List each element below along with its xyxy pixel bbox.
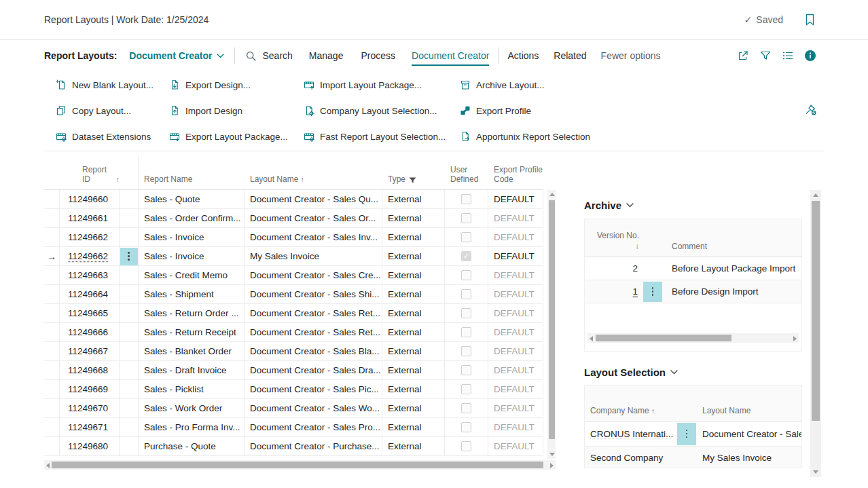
table-row[interactable]: 11249665Sales - Return Order ...Document… (44, 304, 543, 323)
user-defined-checkbox[interactable] (461, 194, 471, 204)
table-horizontal-scrollbar[interactable] (44, 460, 556, 470)
actions-menu[interactable]: Actions (507, 50, 539, 61)
scrollbar-thumb[interactable] (596, 335, 731, 341)
layout-selection-section-header[interactable]: Layout Selection (584, 367, 678, 378)
layout-selection-row[interactable]: Second CompanyMy Sales Invoice (585, 447, 801, 468)
scroll-right-icon[interactable] (793, 336, 797, 341)
header-report-name[interactable]: Report Name (139, 155, 245, 189)
header-comment[interactable]: Comment (664, 242, 801, 257)
table-row[interactable]: 11249662Sales - InvoiceDocument Creator … (44, 228, 543, 247)
header-user-defined[interactable]: User Defined (445, 155, 488, 189)
factbox-vertical-scrollbar[interactable] (810, 190, 821, 477)
fewer-options-button[interactable]: Fewer options (601, 50, 661, 61)
row-options-button[interactable] (677, 423, 696, 445)
action-dataset-extensions[interactable]: Dataset Extensions (56, 129, 169, 144)
archive-section-header[interactable]: Archive (584, 200, 634, 211)
user-defined-checkbox[interactable] (461, 270, 471, 280)
share-icon[interactable] (737, 50, 749, 62)
cell-export-profile-code: DEFAULT (488, 437, 543, 456)
header-layout-name[interactable]: Layout Name↑ (245, 155, 382, 189)
archive-horizontal-scrollbar[interactable] (587, 333, 799, 343)
user-defined-checkbox[interactable] (461, 289, 471, 299)
scroll-up-icon[interactable] (813, 193, 818, 197)
process-menu[interactable]: Process (361, 50, 395, 61)
user-defined-checkbox[interactable] (461, 251, 471, 261)
cell-report-name: Sales - Work Order (139, 399, 245, 418)
table-row[interactable]: 11249663Sales - Credit MemoDocument Crea… (44, 266, 543, 285)
scroll-up-icon[interactable] (549, 193, 555, 196)
cell-type: External (382, 209, 445, 228)
report-id-value[interactable]: 11249662 (68, 251, 108, 261)
table-row[interactable]: 11249668Sales - Draft InvoiceDocument Cr… (44, 361, 543, 380)
cell-export-profile-code: DEFAULT (488, 266, 543, 285)
archive-row[interactable]: 2Before Layout Package Import (585, 257, 801, 280)
action-copy-layout[interactable]: Copy Layout... (56, 103, 169, 118)
action-fast-report-layout-selection[interactable]: Fast Report Layout Selection... (304, 129, 460, 144)
cell-row-menu (120, 228, 139, 247)
header-version-no[interactable]: Version No. ↓ (585, 231, 642, 257)
layout-selection-row[interactable]: CRONUS Internati...Document Creator - Sa… (585, 421, 801, 447)
header-company-name[interactable]: Company Name↑ (585, 406, 676, 421)
user-defined-checkbox[interactable] (461, 346, 471, 356)
search-button[interactable]: Search (245, 50, 292, 62)
scroll-left-icon[interactable] (590, 336, 593, 341)
info-icon[interactable] (804, 50, 816, 62)
tab-document-creator[interactable]: Document Creator (412, 50, 489, 66)
action-import-design[interactable]: Import Design (169, 103, 304, 118)
scrollbar-thumb[interactable] (549, 200, 555, 439)
company-name-value[interactable]: CRONUS Internati... (590, 429, 673, 439)
action-archive-layout[interactable]: Archive Layout... (460, 77, 590, 92)
action-export-layout-package[interactable]: Export Layout Package... (169, 129, 304, 144)
view-picker-dropdown[interactable]: Document Creator (129, 50, 224, 61)
scrollbar-thumb[interactable] (812, 201, 820, 421)
user-defined-checkbox[interactable] (461, 232, 471, 242)
action-company-layout-selection[interactable]: Company Layout Selection... (304, 103, 460, 118)
scroll-down-icon[interactable] (549, 453, 555, 456)
header-layout-name[interactable]: Layout Name (697, 406, 801, 421)
header-report-id[interactable]: Report ID↑ (60, 155, 120, 189)
action-import-layout-package[interactable]: Import Layout Package... (304, 77, 460, 92)
cell-row-menu (120, 342, 139, 361)
scroll-left-icon[interactable] (46, 463, 50, 468)
user-defined-checkbox[interactable] (461, 365, 471, 375)
filter-icon[interactable] (759, 50, 772, 62)
action-export-profile[interactable]: Export Profile (460, 103, 590, 118)
user-defined-checkbox[interactable] (461, 213, 471, 223)
table-row[interactable]: 11249661Sales - Order Confirm...Document… (44, 209, 543, 228)
archive-row[interactable]: 1Before Design Import (585, 280, 801, 303)
user-defined-checkbox[interactable] (461, 308, 471, 318)
table-vertical-scrollbar[interactable] (547, 190, 556, 459)
scrollbar-thumb[interactable] (52, 462, 543, 468)
manage-menu[interactable]: Manage (309, 50, 344, 61)
table-row[interactable]: →11249662Sales - InvoiceMy Sales Invoice… (44, 247, 543, 266)
user-defined-checkbox[interactable] (461, 422, 471, 432)
action-export-design[interactable]: Export Design... (169, 77, 304, 92)
table-row[interactable]: 11249671Sales - Pro Forma Inv...Document… (44, 418, 543, 437)
action-apportunix-report-selection[interactable]: Apportunix Report Selection (460, 129, 590, 144)
table-row[interactable]: 11249660Sales - QuoteDocument Creator - … (44, 190, 543, 209)
user-defined-checkbox[interactable] (461, 403, 471, 413)
details-list-icon[interactable] (782, 50, 794, 62)
table-row[interactable]: 11249664Sales - ShipmentDocument Creator… (44, 285, 543, 304)
cell-layout-name: Document Creator - Sales Ret... (245, 323, 382, 342)
table-row[interactable]: 11249667Sales - Blanket OrderDocument Cr… (44, 342, 543, 361)
related-menu[interactable]: Related (554, 50, 586, 61)
pin-icon[interactable] (804, 103, 817, 119)
table-row[interactable]: 11249680Purchase - QuoteDocument Creator… (44, 437, 543, 456)
scroll-right-icon[interactable] (550, 463, 554, 468)
table-row[interactable]: 11249669Sales - PicklistDocument Creator… (44, 380, 543, 399)
user-defined-checkbox[interactable] (461, 384, 471, 394)
header-export-profile-code[interactable]: Export Profile Code (488, 155, 543, 189)
row-options-button[interactable] (120, 248, 138, 265)
version-no-value[interactable]: 1 (632, 286, 638, 297)
user-defined-checkbox[interactable] (461, 441, 471, 451)
table-row[interactable]: 11249666Sales - Return ReceiptDocument C… (44, 323, 543, 342)
action-new-blank-layout[interactable]: New Blank Layout... (56, 77, 169, 92)
table-row[interactable]: 11249670Sales - Work OrderDocument Creat… (44, 399, 543, 418)
row-options-button[interactable] (643, 282, 662, 302)
report-id-value: 11249667 (68, 346, 108, 356)
header-type[interactable]: Type (382, 155, 445, 189)
bookmark-icon[interactable] (805, 14, 815, 26)
scroll-down-icon[interactable] (813, 470, 818, 474)
user-defined-checkbox[interactable] (461, 327, 471, 337)
